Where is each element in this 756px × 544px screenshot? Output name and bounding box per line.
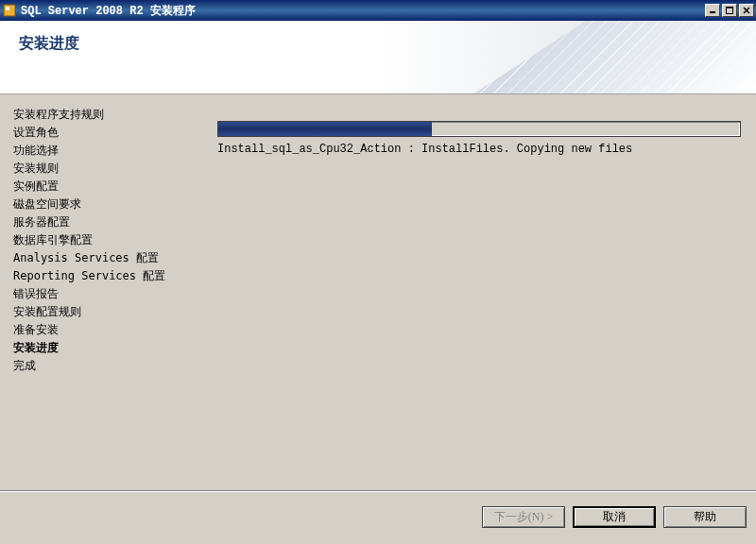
help-button[interactable]: 帮助 [663,506,747,528]
maximize-button[interactable] [722,4,737,17]
next-button[interactable]: 下一步(N) > [482,506,565,528]
progress-bar [217,121,741,137]
cancel-button[interactable]: 取消 [573,506,656,528]
sidebar-step: Reporting Services 配置 [13,267,195,285]
sidebar: 安装程序支持规则设置角色功能选择安装规则实例配置磁盘空间要求服务器配置数据库引擎… [0,94,208,491]
progress-fill [218,122,432,136]
sidebar-step: Analysis Services 配置 [13,249,195,267]
sidebar-step: 安装配置规则 [13,303,195,321]
sidebar-step: 安装规则 [13,160,195,178]
page-title: 安装进度 [19,34,79,54]
progress-status-text: Install_sql_as_Cpu32_Action : InstallFil… [217,143,741,156]
sidebar-step: 准备安装 [13,321,195,339]
titlebar-left: SQL Server 2008 R2 安装程序 [2,3,196,19]
close-button[interactable] [739,4,754,17]
app-icon [2,3,17,18]
sidebar-step: 磁盘空间要求 [13,196,195,213]
sidebar-step: 设置角色 [13,124,195,142]
sidebar-step: 实例配置 [13,178,195,196]
svg-rect-1 [6,7,9,10]
sidebar-step: 数据库引擎配置 [13,231,195,249]
header-banner: 安装进度 [0,21,756,94]
header-decoration [472,21,756,94]
sidebar-step: 完成 [13,357,195,375]
window-controls [705,4,754,17]
minimize-button[interactable] [705,4,720,17]
sidebar-step: 服务器配置 [13,213,195,231]
main-panel: Install_sql_as_Cpu32_Action : InstallFil… [208,94,756,491]
footer-buttons: 下一步(N) > 取消 帮助 [0,491,756,542]
titlebar: SQL Server 2008 R2 安装程序 [0,0,756,21]
sidebar-step: 安装程序支持规则 [13,106,195,124]
window-title: SQL Server 2008 R2 安装程序 [21,3,196,19]
sidebar-step: 安装进度 [13,339,195,357]
sidebar-step: 功能选择 [13,142,195,160]
content-area: 安装程序支持规则设置角色功能选择安装规则实例配置磁盘空间要求服务器配置数据库引擎… [0,94,756,491]
sidebar-step: 错误报告 [13,285,195,303]
